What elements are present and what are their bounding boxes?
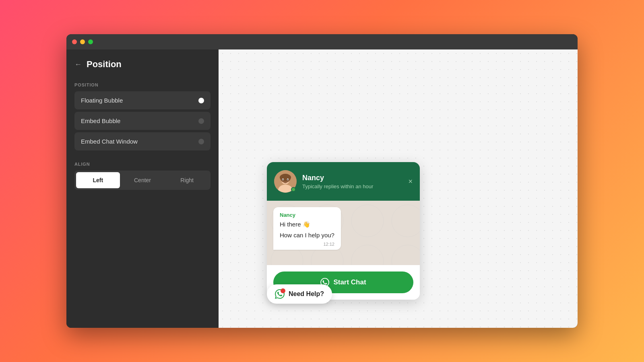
chat-close-button[interactable]: ×	[408, 178, 413, 185]
maximize-dot[interactable]	[88, 39, 93, 44]
online-indicator	[291, 187, 296, 192]
start-chat-label: Start Chat	[333, 278, 366, 286]
radio-embed-chat-window	[198, 139, 204, 144]
need-help-icon-wrapper	[275, 289, 285, 299]
align-center-button[interactable]: Center	[121, 172, 165, 188]
message-bubble: Nancy Hi there 👋 How can I help you? 12:…	[273, 207, 341, 250]
radio-floating-bubble	[198, 98, 204, 103]
app-window: ← Position POSITION Floating Bubble Embe…	[66, 34, 578, 328]
sidebar: ← Position POSITION Floating Bubble Embe…	[66, 49, 219, 328]
message-text-line1: Hi there 👋	[280, 220, 334, 228]
chat-header: Nancy Typically replies within an hour ×	[267, 162, 420, 201]
message-text-line2: How can I help you?	[280, 231, 334, 239]
chat-header-info: Nancy Typically replies within an hour	[302, 174, 373, 189]
align-buttons: Left Center Right	[74, 171, 211, 190]
chat-widget: Nancy Typically replies within an hour ×…	[267, 162, 420, 300]
preview-area: Nancy Typically replies within an hour ×…	[219, 49, 578, 328]
avatar-wrapper	[274, 170, 297, 193]
agent-name: Nancy	[302, 174, 373, 182]
main-content: ← Position POSITION Floating Bubble Embe…	[66, 49, 578, 328]
position-option-floating-bubble[interactable]: Floating Bubble	[74, 91, 211, 109]
floating-bubble-label: Floating Bubble	[81, 97, 123, 104]
embed-chat-window-label: Embed Chat Window	[81, 138, 138, 145]
svg-point-7	[283, 179, 283, 180]
position-options: Floating Bubble Embed Bubble Embed Chat …	[74, 91, 211, 150]
position-option-embed-chat-window[interactable]: Embed Chat Window	[74, 132, 211, 150]
agent-status: Typically replies within an hour	[302, 183, 373, 189]
position-option-embed-bubble[interactable]: Embed Bubble	[74, 112, 211, 130]
titlebar	[66, 34, 578, 49]
chat-header-left: Nancy Typically replies within an hour	[274, 170, 373, 193]
need-help-label: Need Help?	[289, 290, 324, 298]
sidebar-header: ← Position	[74, 59, 211, 70]
embed-bubble-label: Embed Bubble	[81, 117, 120, 124]
message-timestamp: 12:12	[280, 242, 334, 247]
need-help-bubble[interactable]: Need Help?	[267, 284, 332, 304]
align-section-label: ALIGN	[74, 162, 211, 167]
radio-embed-bubble	[198, 118, 204, 124]
svg-point-4	[280, 174, 291, 181]
position-section-label: POSITION	[74, 82, 211, 87]
align-right-button[interactable]: Right	[165, 172, 209, 188]
back-button[interactable]: ←	[74, 60, 82, 69]
chat-messages: Nancy Hi there 👋 How can I help you? 12:…	[267, 201, 420, 265]
close-dot[interactable]	[72, 39, 77, 44]
notification-dot	[281, 288, 285, 293]
page-title: Position	[87, 59, 122, 70]
minimize-dot[interactable]	[80, 39, 85, 44]
align-section: ALIGN Left Center Right	[74, 162, 211, 190]
message-sender: Nancy	[280, 212, 334, 218]
align-left-button[interactable]: Left	[76, 172, 120, 188]
svg-point-8	[287, 179, 288, 180]
